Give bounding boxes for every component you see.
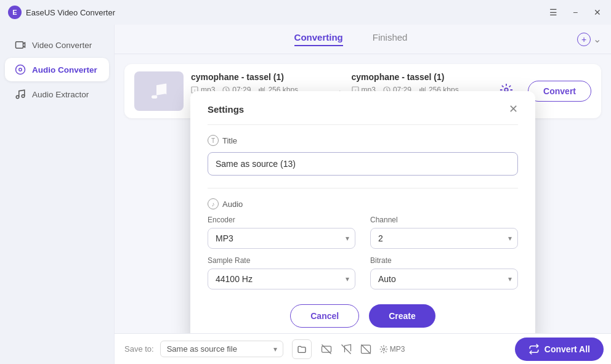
sidebar-label-audio: Audio Converter (32, 65, 97, 75)
minimize-button[interactable]: − (569, 6, 581, 18)
audio-section-label: ♪ Audio (208, 198, 518, 209)
svg-text:E: E (12, 9, 17, 16)
format-tag: MP3 (379, 345, 405, 354)
modal-divider (208, 124, 518, 125)
title-section-icon: T (208, 135, 219, 146)
modal-header: Settings ✕ (208, 103, 518, 115)
title-input[interactable] (208, 152, 518, 176)
bitrate-select-wrapper: Auto 128 kbps 192 kbps 256 kbps 320 kbps… (370, 269, 518, 289)
content-area: Converting Finished + ⌄ (114, 25, 611, 364)
convert-all-button[interactable]: Convert All (515, 338, 604, 361)
svg-point-5 (16, 95, 19, 99)
cancel-button[interactable]: Cancel (290, 304, 359, 328)
bitrate-group: Bitrate Auto 128 kbps 192 kbps 256 kbps … (370, 256, 518, 289)
sidebar: Video Converter Audio Converter Audio Ex… (0, 25, 114, 364)
tab-converting[interactable]: Converting (294, 32, 343, 46)
tab-finished[interactable]: Finished (373, 32, 408, 46)
window-controls: ☰ − ✕ (547, 6, 604, 18)
sample-rate-select-wrapper: 44100 Hz 22050 Hz 48000 Hz ▾ (208, 269, 355, 289)
sidebar-item-video-converter[interactable]: Video Converter (5, 33, 109, 57)
svg-point-30 (382, 348, 385, 350)
subtitle-off-icon (320, 343, 333, 355)
tool-button-2[interactable] (340, 343, 352, 355)
gear-small-icon (379, 345, 388, 354)
save-to-label: Save to: (124, 344, 154, 354)
bottom-tools: MP3 (320, 343, 405, 355)
create-button[interactable]: Create (369, 304, 435, 328)
audio-section-icon: ♪ (208, 198, 219, 209)
close-button[interactable]: ✕ (591, 6, 604, 18)
bitrate-select[interactable]: Auto 128 kbps 192 kbps 256 kbps 320 kbps (370, 269, 518, 289)
svg-line-29 (361, 344, 370, 354)
folder-button[interactable] (292, 339, 312, 359)
channel-select-wrapper: 1 2 6 ▾ (370, 228, 518, 249)
sidebar-label-video: Video Converter (32, 41, 92, 50)
title-bar: E EaseUS Video Converter ☰ − ✕ (0, 0, 611, 25)
bitrate-label: Bitrate (370, 256, 518, 265)
svg-point-4 (19, 68, 22, 71)
modal-overlay: Settings ✕ T Title (115, 54, 611, 333)
svg-point-3 (16, 65, 25, 75)
sidebar-label-extractor: Audio Extractor (32, 90, 89, 99)
app-logo: E EaseUS Video Converter (7, 5, 115, 20)
encoder-group: Encoder MP3 AAC FLAC WAV ▾ (208, 216, 355, 249)
bottom-bar: Save to: Same as source file Browse... ▾ (115, 333, 611, 364)
audio-converter-icon (15, 64, 26, 75)
clip-icon (360, 343, 372, 355)
channel-select[interactable]: 1 2 6 (370, 228, 518, 249)
channel-group: Channel 1 2 6 ▾ (370, 216, 518, 249)
menu-button[interactable]: ☰ (547, 6, 559, 18)
tabs-more-icon[interactable]: ⌄ (593, 33, 601, 45)
sample-rate-label: Sample Rate (208, 256, 355, 265)
logo-icon: E (7, 5, 22, 20)
channel-label: Channel (370, 216, 518, 224)
sidebar-item-audio-extractor[interactable]: Audio Extractor (5, 83, 109, 106)
svg-point-6 (22, 95, 25, 98)
encoder-select-wrapper: MP3 AAC FLAC WAV ▾ (208, 228, 355, 249)
audio-form-grid: Encoder MP3 AAC FLAC WAV ▾ (208, 216, 518, 289)
app-title: EaseUS Video Converter (26, 8, 115, 17)
tool-button-1[interactable] (320, 343, 333, 355)
audio-off-icon (340, 343, 352, 355)
settings-modal: Settings ✕ T Title (190, 91, 535, 333)
save-path-select[interactable]: Same as source file Browse... (160, 341, 283, 357)
modal-close-button[interactable]: ✕ (509, 103, 518, 115)
modal-actions: Cancel Create (208, 304, 518, 328)
audio-section-divider (208, 188, 518, 188)
sidebar-item-audio-converter[interactable]: Audio Converter (5, 58, 109, 81)
encoder-select[interactable]: MP3 AAC FLAC WAV (208, 228, 355, 249)
tabs-center: Converting Finished (124, 32, 577, 46)
tabs-add-area: + ⌄ (577, 33, 601, 46)
video-converter-icon (15, 39, 26, 51)
sample-rate-select[interactable]: 44100 Hz 22050 Hz 48000 Hz (208, 269, 355, 289)
save-path-wrapper: Same as source file Browse... ▾ (160, 341, 283, 357)
folder-icon (297, 344, 307, 354)
sample-rate-group: Sample Rate 44100 Hz 22050 Hz 48000 Hz ▾ (208, 256, 355, 289)
title-section-label: T Title (208, 135, 518, 146)
svg-line-27 (341, 344, 350, 354)
convert-all-icon (528, 344, 540, 355)
convert-all-label: Convert All (544, 344, 590, 354)
svg-rect-2 (16, 42, 23, 49)
app-body: Video Converter Audio Converter Audio Ex… (0, 25, 611, 364)
file-list: cymophane - tassel (1) f mp3 07:29 256 (115, 54, 611, 333)
encoder-label: Encoder (208, 216, 355, 224)
tool-button-3[interactable] (360, 343, 372, 355)
tabs-bar: Converting Finished + ⌄ (115, 25, 611, 54)
add-tab-button[interactable]: + (577, 33, 591, 46)
modal-title: Settings (208, 104, 244, 115)
audio-extractor-icon (15, 89, 26, 100)
